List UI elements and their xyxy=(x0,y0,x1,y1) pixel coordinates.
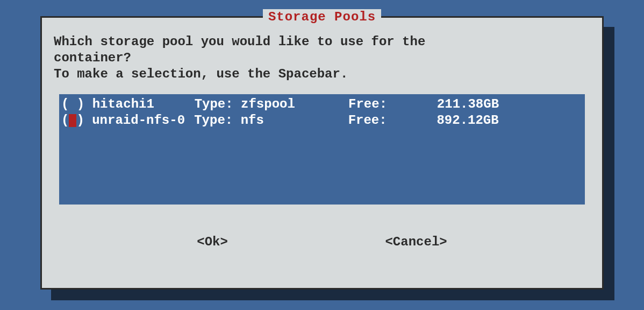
list-item[interactable]: ( ) hitachi1 Type: zfspool Free: 211.38G… xyxy=(61,96,579,112)
radio-close-paren: ) xyxy=(77,96,92,112)
cursor-block-icon xyxy=(69,114,76,127)
radio-open-paren: ( xyxy=(61,112,69,129)
radio-close-paren: ) xyxy=(76,112,92,129)
pool-free: 892.12GB xyxy=(418,112,499,129)
dialog-body: Which storage pool you would like to use… xyxy=(42,18,602,250)
dialog-title: Storage Pools xyxy=(263,9,381,25)
list-item[interactable]: () unraid-nfs-0 Type: nfs Free: 892.12GB xyxy=(61,112,579,129)
dialog-title-bar: Storage Pools xyxy=(42,9,602,25)
dialog-button-row: <Ok> <Cancel> xyxy=(54,234,590,250)
storage-pools-dialog: Storage Pools Which storage pool you wou… xyxy=(40,16,604,290)
free-label: Free: xyxy=(348,112,418,129)
pool-type: nfs xyxy=(241,112,348,129)
pool-name: hitachi1 xyxy=(92,96,195,112)
storage-pool-listbox[interactable]: ( ) hitachi1 Type: zfspool Free: 211.38G… xyxy=(59,94,585,205)
cancel-button[interactable]: <Cancel> xyxy=(385,234,447,250)
type-label: Type: xyxy=(194,112,240,129)
radio-indicator xyxy=(69,96,76,112)
free-label: Free: xyxy=(348,96,418,112)
pool-free: 211.38GB xyxy=(418,96,499,112)
pool-type: zfspool xyxy=(241,96,348,112)
prompt-line-2: container? xyxy=(54,50,590,66)
prompt-line-3: To make a selection, use the Spacebar. xyxy=(54,66,590,82)
pool-name: unraid-nfs-0 xyxy=(92,112,194,129)
type-label: Type: xyxy=(195,96,241,112)
ok-button[interactable]: <Ok> xyxy=(197,234,228,250)
prompt-line-1: Which storage pool you would like to use… xyxy=(54,34,590,50)
radio-open-paren: ( xyxy=(61,96,69,112)
